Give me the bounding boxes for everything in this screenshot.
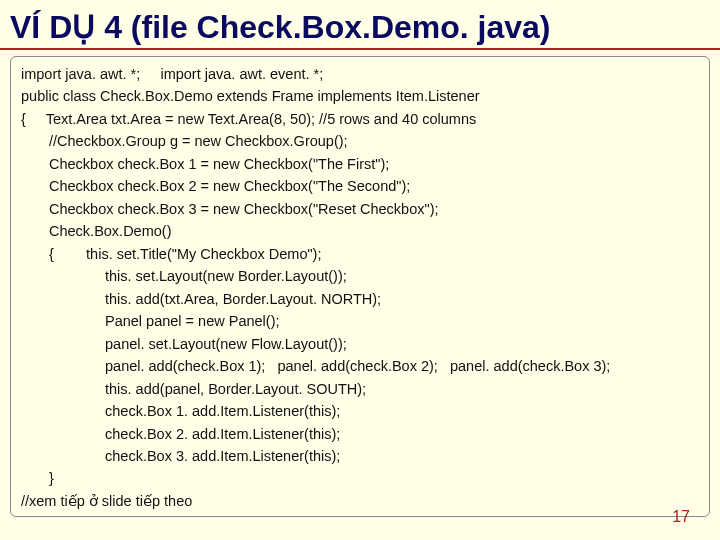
- code-line: Checkbox check.Box 2 = new Checkbox("The…: [21, 175, 699, 197]
- code-line: Checkbox check.Box 3 = new Checkbox("Res…: [21, 198, 699, 220]
- code-line: Check.Box.Demo(): [21, 220, 699, 242]
- code-line: panel. set.Layout(new Flow.Layout());: [21, 333, 699, 355]
- code-line: Checkbox check.Box 1 = new Checkbox("The…: [21, 153, 699, 175]
- slide-title: VÍ DỤ 4 (file Check.Box.Demo. java): [0, 0, 720, 50]
- code-line: this. add(txt.Area, Border.Layout. NORTH…: [21, 288, 699, 310]
- code-line: check.Box 1. add.Item.Listener(this);: [21, 400, 699, 422]
- code-line: check.Box 2. add.Item.Listener(this);: [21, 423, 699, 445]
- code-line: import java. awt. *; import java. awt. e…: [21, 63, 699, 85]
- code-line: { Text.Area txt.Area = new Text.Area(8, …: [21, 108, 699, 130]
- code-line: }: [21, 467, 699, 489]
- code-line: Panel panel = new Panel();: [21, 310, 699, 332]
- page-number: 17: [672, 508, 690, 526]
- code-block: import java. awt. *; import java. awt. e…: [10, 56, 710, 517]
- code-line: public class Check.Box.Demo extends Fram…: [21, 85, 699, 107]
- code-line: //xem tiếp ở slide tiếp theo: [21, 490, 699, 512]
- code-line: { this. set.Title("My Checkbox Demo");: [21, 243, 699, 265]
- code-line: check.Box 3. add.Item.Listener(this);: [21, 445, 699, 467]
- code-line: this. add(panel, Border.Layout. SOUTH);: [21, 378, 699, 400]
- code-line: //Checkbox.Group g = new Checkbox.Group(…: [21, 130, 699, 152]
- code-line: this. set.Layout(new Border.Layout());: [21, 265, 699, 287]
- code-line: panel. add(check.Box 1); panel. add(chec…: [21, 355, 699, 377]
